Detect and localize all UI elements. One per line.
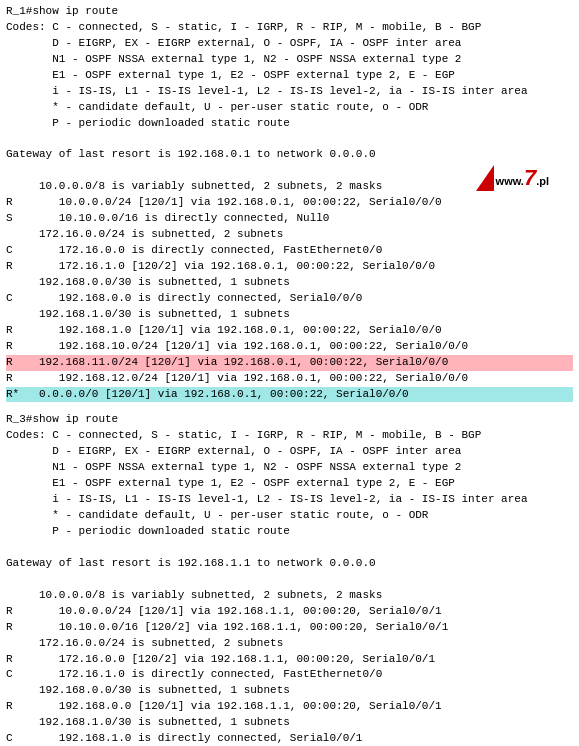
r3-code-line-0: Codes: C - connected, S - static, I - IG… xyxy=(6,428,573,444)
r1-blank2 xyxy=(6,163,573,179)
r1-gap xyxy=(6,402,573,412)
r3-route-4: R 172.16.0.0 [120/2] via 192.168.1.1, 00… xyxy=(6,652,573,668)
r1-route-7: C 192.168.0.0 is directly connected, Ser… xyxy=(6,291,573,307)
r3-route-8: 192.168.1.0/30 is subnetted, 1 subnets xyxy=(6,715,573,731)
r1-route-13: R* 0.0.0.0/0 [120/1] via 192.168.0.1, 00… xyxy=(6,387,573,403)
r1-route-10: R 192.168.10.0/24 [120/1] via 192.168.0.… xyxy=(6,339,573,355)
terminal: www.7.pl R_1#show ip routeCodes: C - con… xyxy=(0,0,579,746)
r1-route-8: 192.168.1.0/30 is subnetted, 1 subnets xyxy=(6,307,573,323)
r3-code-line-6: P - periodic downloaded static route xyxy=(6,524,573,540)
r3-code-line-1: D - EIGRP, EX - EIGRP external, O - OSPF… xyxy=(6,444,573,460)
r1-route-12: R 192.168.12.0/24 [120/1] via 192.168.0.… xyxy=(6,371,573,387)
r1-code-line-4: i - IS-IS, L1 - IS-IS level-1, L2 - IS-I… xyxy=(6,84,573,100)
section-r3: R_3#show ip routeCodes: C - connected, S… xyxy=(6,412,573,746)
r3-route-7: R 192.168.0.0 [120/1] via 192.168.1.1, 0… xyxy=(6,699,573,715)
r1-route-2: S 10.10.0.0/16 is directly connected, Nu… xyxy=(6,211,573,227)
r3-gateway: Gateway of last resort is 192.168.1.1 to… xyxy=(6,556,573,572)
r1-route-4: C 172.16.0.0 is directly connected, Fast… xyxy=(6,243,573,259)
r1-route-3: 172.16.0.0/24 is subnetted, 2 subnets xyxy=(6,227,573,243)
r3-route-9: C 192.168.1.0 is directly connected, Ser… xyxy=(6,731,573,746)
r3-header: R_3#show ip route xyxy=(6,412,573,428)
r1-code-line-0: Codes: C - connected, S - static, I - IG… xyxy=(6,20,573,36)
r1-route-1: R 10.0.0.0/24 [120/1] via 192.168.0.1, 0… xyxy=(6,195,573,211)
r3-code-line-3: E1 - OSPF external type 1, E2 - OSPF ext… xyxy=(6,476,573,492)
r3-route-5: C 172.16.1.0 is directly connected, Fast… xyxy=(6,667,573,683)
r1-code-line-6: P - periodic downloaded static route xyxy=(6,116,573,132)
r3-route-3: 172.16.0.0/24 is subnetted, 2 subnets xyxy=(6,636,573,652)
r1-code-line-2: N1 - OSPF NSSA external type 1, N2 - OSP… xyxy=(6,52,573,68)
r1-code-line-5: * - candidate default, U - per-user stat… xyxy=(6,100,573,116)
r1-route-11: R 192.168.11.0/24 [120/1] via 192.168.0.… xyxy=(6,355,573,371)
r3-code-line-5: * - candidate default, U - per-user stat… xyxy=(6,508,573,524)
r1-route-5: R 172.16.1.0 [120/2] via 192.168.0.1, 00… xyxy=(6,259,573,275)
r1-gateway: Gateway of last resort is 192.168.0.1 to… xyxy=(6,147,573,163)
r1-route-0: 10.0.0.0/8 is variably subnetted, 2 subn… xyxy=(6,179,573,195)
r3-code-line-4: i - IS-IS, L1 - IS-IS level-1, L2 - IS-I… xyxy=(6,492,573,508)
r3-route-6: 192.168.0.0/30 is subnetted, 1 subnets xyxy=(6,683,573,699)
r3-code-line-2: N1 - OSPF NSSA external type 1, N2 - OSP… xyxy=(6,460,573,476)
section-r1: R_1#show ip routeCodes: C - connected, S… xyxy=(6,4,573,412)
r1-code-line-1: D - EIGRP, EX - EIGRP external, O - OSPF… xyxy=(6,36,573,52)
r3-route-1: R 10.0.0.0/24 [120/1] via 192.168.1.1, 0… xyxy=(6,604,573,620)
r3-blank2 xyxy=(6,572,573,588)
r3-blank xyxy=(6,540,573,556)
r1-header: R_1#show ip route xyxy=(6,4,573,20)
r1-blank xyxy=(6,132,573,148)
r1-route-6: 192.168.0.0/30 is subnetted, 1 subnets xyxy=(6,275,573,291)
r1-code-line-3: E1 - OSPF external type 1, E2 - OSPF ext… xyxy=(6,68,573,84)
r3-route-0: 10.0.0.0/8 is variably subnetted, 2 subn… xyxy=(6,588,573,604)
r1-route-9: R 192.168.1.0 [120/1] via 192.168.0.1, 0… xyxy=(6,323,573,339)
r3-route-2: R 10.10.0.0/16 [120/2] via 192.168.1.1, … xyxy=(6,620,573,636)
